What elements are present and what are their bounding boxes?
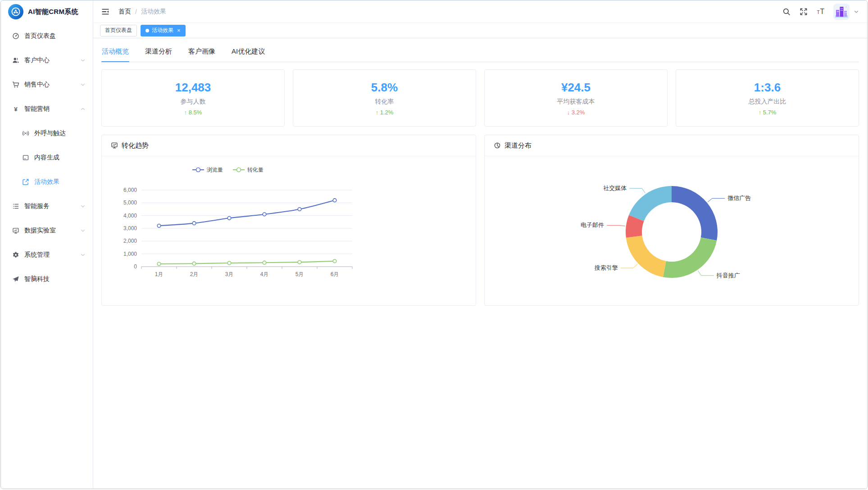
stat-label: 总投入产出比 <box>749 98 786 106</box>
stat-trend: ↑ 8.5% <box>184 109 202 116</box>
brain-network-icon <box>8 4 23 19</box>
menu-fold-icon[interactable] <box>101 8 109 16</box>
panel-header: 渠道分布 <box>485 135 859 156</box>
sidebar-item-label: 外呼与触达 <box>34 129 66 137</box>
sidebar-nav: 首页仪表盘客户中心销售中心¥智能营销外呼与触达内容生成活动效果智能服务数据实验室… <box>1 23 93 489</box>
tab-customer-profile[interactable]: 客户画像 <box>188 45 216 62</box>
chevron-up-icon <box>80 106 86 112</box>
search-icon[interactable] <box>782 8 791 16</box>
svg-text:社交媒体: 社交媒体 <box>603 185 627 191</box>
sidebar-item-label: 智能营销 <box>24 105 50 113</box>
svg-text:抖音推广: 抖音推广 <box>716 272 740 279</box>
svg-text:2月: 2月 <box>190 271 199 277</box>
svg-text:0: 0 <box>134 263 137 270</box>
sidebar-item-label: 智能服务 <box>24 202 50 210</box>
tag-dashboard[interactable]: 首页仪表盘 <box>100 25 137 36</box>
chevron-down-icon <box>80 58 86 63</box>
stat-trend: ↑ 1.2% <box>376 109 394 116</box>
dashboard-icon <box>12 32 20 40</box>
topbar: 首页/活动效果 TT <box>93 0 867 23</box>
content-icon <box>22 154 30 162</box>
panel-title: 转化趋势 <box>122 141 149 150</box>
sidebar-item-content-generation[interactable]: 内容生成 <box>1 145 93 170</box>
tag-campaign-results[interactable]: 活动效果× <box>141 25 186 36</box>
chevron-down-icon <box>80 228 86 233</box>
sidebar-item-system-management[interactable]: 系统管理 <box>1 243 93 267</box>
svg-text:3月: 3月 <box>225 271 234 277</box>
chart-panels: 转化趋势 01,0002,0003,0004,0005,0006,0001月2月… <box>101 135 859 306</box>
svg-text:6,000: 6,000 <box>123 187 137 193</box>
tabs: 活动概览渠道分析客户画像AI优化建议 <box>101 45 859 62</box>
sidebar-item-outbound-reach[interactable]: 外呼与触达 <box>1 121 93 145</box>
svg-text:转化量: 转化量 <box>247 167 264 173</box>
tagbar: 首页仪表盘活动效果× <box>93 23 867 38</box>
pie-chart-icon <box>494 142 501 149</box>
svg-text:电子邮件: 电子邮件 <box>581 222 604 228</box>
sidebar-item-label: 活动效果 <box>34 178 59 186</box>
stat-label: 转化率 <box>375 98 394 106</box>
svg-text:微信广告: 微信广告 <box>727 195 751 201</box>
sidebar-item-dashboard[interactable]: 首页仪表盘 <box>1 24 93 48</box>
stat-trend: ↑ 5.7% <box>759 109 777 116</box>
stat-value: 12,483 <box>175 81 211 95</box>
svg-text:2,000: 2,000 <box>123 238 137 244</box>
breadcrumb-item: 活动效果 <box>141 8 166 16</box>
fullscreen-icon[interactable] <box>800 8 808 16</box>
avatar[interactable] <box>834 4 849 19</box>
breadcrumb-separator: / <box>135 8 137 15</box>
svg-text:搜索引擎: 搜索引擎 <box>594 264 618 271</box>
sidebar: AI智能CRM系统 首页仪表盘客户中心销售中心¥智能营销外呼与触达内容生成活动效… <box>1 0 93 489</box>
font-size-icon[interactable]: TT <box>817 8 825 16</box>
sidebar-item-customer-center[interactable]: 客户中心 <box>1 48 93 73</box>
sidebar-item-sales-center[interactable]: 销售中心 <box>1 73 93 97</box>
tab-ai-suggestions[interactable]: AI优化建议 <box>231 45 265 62</box>
chevron-down-icon <box>80 252 86 258</box>
conversion-trend-chart[interactable]: 01,0002,0003,0004,0005,0006,0001月2月3月4月5… <box>102 156 354 305</box>
panel-header: 转化趋势 <box>102 135 476 156</box>
sidebar-item-label: 销售中心 <box>24 81 50 89</box>
sidebar-item-smart-marketing[interactable]: ¥智能营销 <box>1 97 93 121</box>
svg-text:浏览量: 浏览量 <box>207 167 223 173</box>
stat-label: 参与人数 <box>181 98 206 106</box>
tag-active-dot <box>145 29 149 32</box>
channel-distribution-chart[interactable]: 微信广告抖音推广搜索引擎电子邮件社交媒体 <box>496 156 847 305</box>
stat-value: 5.8% <box>371 81 398 95</box>
tag-label: 首页仪表盘 <box>105 27 132 34</box>
stat-card-cac: ¥24.5平均获客成本↓ 3.2% <box>484 69 668 127</box>
sidebar-item-label: 首页仪表盘 <box>24 32 56 40</box>
breadcrumb: 首页/活动效果 <box>118 8 166 16</box>
breadcrumb-item[interactable]: 首页 <box>118 8 131 16</box>
stat-label: 平均获客成本 <box>557 98 595 106</box>
tag-close-icon[interactable]: × <box>177 27 181 33</box>
sidebar-item-zhinao-tech[interactable]: 智脑科技 <box>1 267 93 291</box>
external-link-icon <box>22 178 30 186</box>
tab-overview[interactable]: 活动概览 <box>101 45 129 62</box>
svg-text:1,000: 1,000 <box>123 251 137 257</box>
cart-icon <box>12 81 20 89</box>
sidebar-item-smart-service[interactable]: 智能服务 <box>1 194 93 218</box>
stat-trend: ↓ 3.2% <box>567 109 585 116</box>
sidebar-item-data-lab[interactable]: 数据实验室 <box>1 218 93 243</box>
sidebar-item-campaign-results[interactable]: 活动效果 <box>1 170 93 194</box>
gear-icon <box>12 251 20 259</box>
main-area: 首页/活动效果 TT 首页仪表盘活动效果× 活动概览渠道分析客户画像AI优化建议… <box>93 0 867 489</box>
svg-text:¥: ¥ <box>14 106 18 113</box>
svg-text:1月: 1月 <box>155 271 164 277</box>
svg-text:T: T <box>820 8 824 15</box>
svg-text:6月: 6月 <box>331 271 339 277</box>
sidebar-item-label: 智脑科技 <box>24 275 50 283</box>
conversion-trend-panel: 转化趋势 01,0002,0003,0004,0005,0006,0001月2月… <box>101 135 476 306</box>
lab-icon <box>12 227 20 235</box>
sidebar-item-label: 客户中心 <box>24 56 50 64</box>
svg-text:T: T <box>817 9 820 14</box>
stat-value: 1:3.6 <box>754 81 781 95</box>
service-icon <box>12 202 20 210</box>
app-title: AI智能CRM系统 <box>28 8 78 16</box>
stat-card-roi: 1:3.6总投入产出比↑ 5.7% <box>676 69 859 127</box>
caret-down-icon[interactable] <box>854 9 859 14</box>
panel-body: 微信广告抖音推广搜索引擎电子邮件社交媒体 <box>485 156 859 305</box>
stat-card-conversion-rate: 5.8%转化率↑ 1.2% <box>293 69 476 127</box>
chevron-down-icon <box>80 82 86 87</box>
panel-body: 01,0002,0003,0004,0005,0006,0001月2月3月4月5… <box>102 156 476 305</box>
tab-channel-analysis[interactable]: 渠道分析 <box>145 45 173 62</box>
